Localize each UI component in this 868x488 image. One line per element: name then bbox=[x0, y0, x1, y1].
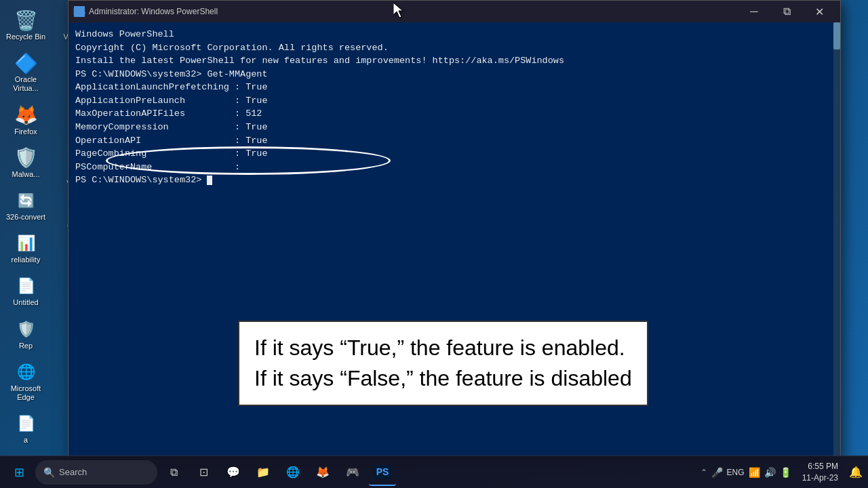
ps-line-ps-name: PSComputerName : bbox=[75, 161, 833, 174]
malwarebytes-icon: 🛡️ bbox=[15, 147, 37, 169]
powershell-taskbar-button[interactable]: PS bbox=[369, 459, 396, 486]
battery-icon: 🔋 bbox=[780, 467, 791, 478]
taskbar-tray: ⌃ 🎤 ENG 📶 🔊 🔋 6:55 PM 11-Apr-23 🔔 bbox=[701, 461, 863, 484]
file-explorer-button[interactable]: 📁 bbox=[250, 459, 277, 486]
a-icon: 📄 bbox=[15, 413, 37, 434]
taskbar: ⊞ 🔍 Search ⧉ ⊡ 💬 📁 🌐 🦊 bbox=[0, 455, 868, 488]
ps-line-app-prelaunch: ApplicationPreLaunch : True bbox=[75, 94, 833, 108]
scrollbar-thumb[interactable] bbox=[833, 22, 840, 49]
annotation-line1: If it says “True,” the feature is enable… bbox=[254, 333, 632, 363]
chat-button[interactable]: 💬 bbox=[220, 459, 247, 486]
desktop-icon-oracle[interactable]: 🔷 OracleVirtua... bbox=[0, 48, 52, 97]
ps-prompt[interactable]: PS C:\WINDOWS\system32> bbox=[75, 174, 833, 187]
ps-line-6: PS C:\WINDOWS\system32> Get-MMAgent bbox=[75, 68, 833, 81]
defenderui-label: Rep bbox=[19, 342, 33, 350]
ps-line-app-launch: ApplicationLaunchPrefetching : True bbox=[75, 81, 833, 94]
reliability-label: reliability bbox=[12, 256, 41, 264]
desktop-icon-326-convert[interactable]: 🔄 326-convert bbox=[0, 186, 52, 226]
convert-label: 326-convert bbox=[6, 213, 45, 222]
untitled-icon: 📄 bbox=[15, 275, 37, 297]
speaker-icon: 🔊 bbox=[764, 467, 776, 478]
clock-time: 6:55 PM bbox=[802, 461, 838, 472]
mic-icon: 🎤 bbox=[711, 467, 723, 478]
firefox-taskbar-button[interactable]: 🦊 bbox=[309, 459, 336, 486]
oracle-label: OracleVirtua... bbox=[13, 75, 39, 93]
firefox-taskbar-icon: 🦊 bbox=[316, 466, 330, 479]
chat-icon: 💬 bbox=[226, 466, 240, 479]
start-icon: ⊞ bbox=[14, 465, 24, 480]
desktop-icon-reliability[interactable]: 📊 reliability bbox=[0, 228, 52, 268]
edge-taskbar-icon: 🌐 bbox=[286, 466, 300, 479]
window-title: Administrator: Windows PowerShell bbox=[89, 7, 218, 16]
powershell-window: PS Administrator: Windows PowerShell ─ ⧉… bbox=[68, 0, 841, 461]
firefox-label: Firefox bbox=[14, 127, 37, 136]
titlebar-left: PS Administrator: Windows PowerShell bbox=[74, 6, 218, 17]
ps-line-memory: MemoryCompression : True bbox=[75, 121, 833, 134]
a-label: a bbox=[24, 436, 28, 445]
close-button[interactable]: ✕ bbox=[804, 1, 835, 22]
ps-line-op-api: OperationAPI : True bbox=[75, 134, 833, 148]
widgets-button[interactable]: ⊡ bbox=[190, 459, 217, 486]
oracle-icon: 🔷 bbox=[15, 52, 37, 74]
ps-line-max-op: MaxOperationAPIFiles : 512 bbox=[75, 107, 833, 121]
task-view-icon: ⧉ bbox=[170, 466, 178, 479]
gaming-icon: 🎮 bbox=[346, 466, 359, 479]
recycle-bin-label: Recycle Bin bbox=[6, 33, 45, 41]
malwarebytes-label: Malwa... bbox=[12, 170, 40, 179]
desktop-icon-untitled[interactable]: 📄 Untitled bbox=[0, 271, 52, 311]
ps-line-1: Windows PowerShell bbox=[75, 28, 833, 41]
file-explorer-icon: 📁 bbox=[256, 466, 270, 479]
window-content: Windows PowerShell Copyright (C) Microso… bbox=[68, 22, 840, 460]
desktop-icon-a[interactable]: 📄 a bbox=[0, 409, 52, 449]
ps-line-2: Copyright (C) Microsoft Corporation. All… bbox=[75, 41, 833, 55]
search-icon: 🔍 bbox=[43, 467, 55, 478]
terminal-cursor bbox=[207, 176, 212, 185]
notification-button[interactable]: 🔔 bbox=[849, 466, 863, 479]
desktop-icon-firefox[interactable]: 🦊 Firefox bbox=[0, 100, 52, 140]
recycle-bin-icon: 🗑️ bbox=[15, 9, 37, 31]
titlebar-controls: ─ ⧉ ✕ bbox=[738, 1, 835, 22]
scrollbar[interactable] bbox=[833, 22, 840, 460]
gaming-button[interactable]: 🎮 bbox=[339, 459, 366, 486]
ps-line-4: Install the latest PowerShell for new fe… bbox=[75, 54, 833, 68]
desktop-icon-edge[interactable]: 🌐 Microsoft Edge bbox=[0, 357, 52, 406]
untitled-label: Untitled bbox=[13, 298, 38, 307]
search-button[interactable]: 🔍 Search bbox=[35, 460, 157, 485]
desktop-icons-col1: 🗑️ Recycle Bin 🔷 OracleVirtua... 🦊 Firef… bbox=[0, 0, 54, 454]
widgets-icon: ⊡ bbox=[199, 466, 208, 479]
desktop-icon-defenderui[interactable]: 🛡️ Rep bbox=[0, 314, 52, 354]
defenderui-icon: 🛡️ bbox=[15, 319, 37, 340]
edge-label: Microsoft Edge bbox=[3, 384, 49, 402]
minimize-button[interactable]: ─ bbox=[738, 1, 770, 22]
system-clock[interactable]: 6:55 PM 11-Apr-23 bbox=[797, 461, 844, 484]
convert-icon: 🔄 bbox=[15, 190, 37, 211]
desktop: 🗑️ Recycle Bin 🔷 OracleVirtua... 🦊 Firef… bbox=[0, 0, 868, 488]
firefox-icon: 🦊 bbox=[15, 104, 37, 126]
edge-taskbar-button[interactable]: 🌐 bbox=[279, 459, 307, 486]
task-view-button[interactable]: ⧉ bbox=[160, 459, 187, 486]
edge-desktop-icon: 🌐 bbox=[15, 361, 37, 383]
start-button[interactable]: ⊞ bbox=[5, 459, 33, 486]
ps-line-page-combining: PageCombining : True bbox=[75, 147, 833, 161]
desktop-icon-malwarebytes[interactable]: 🛡️ Malwa... bbox=[0, 143, 52, 183]
window-titlebar: PS Administrator: Windows PowerShell ─ ⧉… bbox=[68, 1, 840, 22]
powershell-taskbar-icon: PS bbox=[374, 465, 392, 479]
system-tray-chevron[interactable]: ⌃ bbox=[701, 468, 707, 477]
annotation-box: If it says “True,” the feature is enable… bbox=[238, 321, 648, 406]
annotation-line2: If it says “False,” the feature is disab… bbox=[254, 363, 632, 394]
restore-button[interactable]: ⧉ bbox=[771, 1, 802, 22]
search-label: Search bbox=[59, 467, 87, 477]
reliability-icon: 📊 bbox=[15, 232, 37, 254]
wifi-icon: 📶 bbox=[749, 467, 760, 478]
powershell-window-icon: PS bbox=[74, 6, 85, 17]
language-label: ENG bbox=[727, 468, 745, 477]
system-tray[interactable]: ⌃ 🎤 ENG 📶 🔊 🔋 bbox=[701, 467, 791, 478]
clock-date: 11-Apr-23 bbox=[802, 472, 838, 484]
desktop-icon-recycle-bin[interactable]: 🗑️ Recycle Bin bbox=[0, 5, 52, 45]
